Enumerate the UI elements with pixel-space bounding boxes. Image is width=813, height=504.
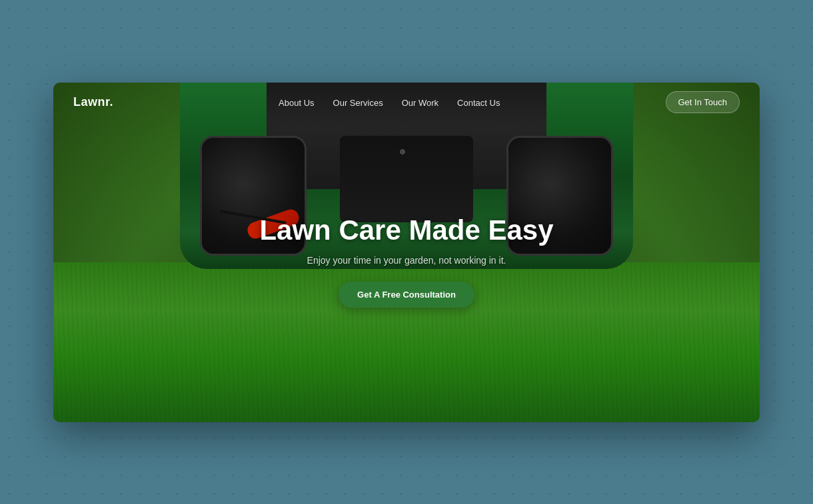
navbar: Lawnr. About Us Our Services Our Work Co… [53,83,760,123]
consultation-button[interactable]: Get A Free Consultation [339,282,474,308]
hero-title: Lawn Care Made Easy [240,215,573,246]
nav-link-work[interactable]: Our Work [402,98,438,108]
nav-link-contact[interactable]: Contact Us [457,98,500,108]
nav-item-about[interactable]: About Us [279,97,314,109]
site-logo[interactable]: Lawnr. [73,95,113,109]
screw-dot [400,149,405,154]
nav-item-work[interactable]: Our Work [402,97,438,109]
mower-center-panel [340,136,473,222]
hero-subtitle: Enjoy your time in your garden, not work… [240,255,573,266]
hero-background: Lawnr. About Us Our Services Our Work Co… [53,83,760,422]
nav-link-about[interactable]: About Us [279,98,314,108]
nav-item-contact[interactable]: Contact Us [457,97,500,109]
browser-window: Lawnr. About Us Our Services Our Work Co… [53,83,760,422]
nav-links: About Us Our Services Our Work Contact U… [279,97,500,109]
get-in-touch-button[interactable]: Get In Touch [666,91,740,113]
hero-content: Lawn Care Made Easy Enjoy your time in y… [240,215,573,308]
nav-item-services[interactable]: Our Services [333,97,383,109]
nav-link-services[interactable]: Our Services [333,98,383,108]
